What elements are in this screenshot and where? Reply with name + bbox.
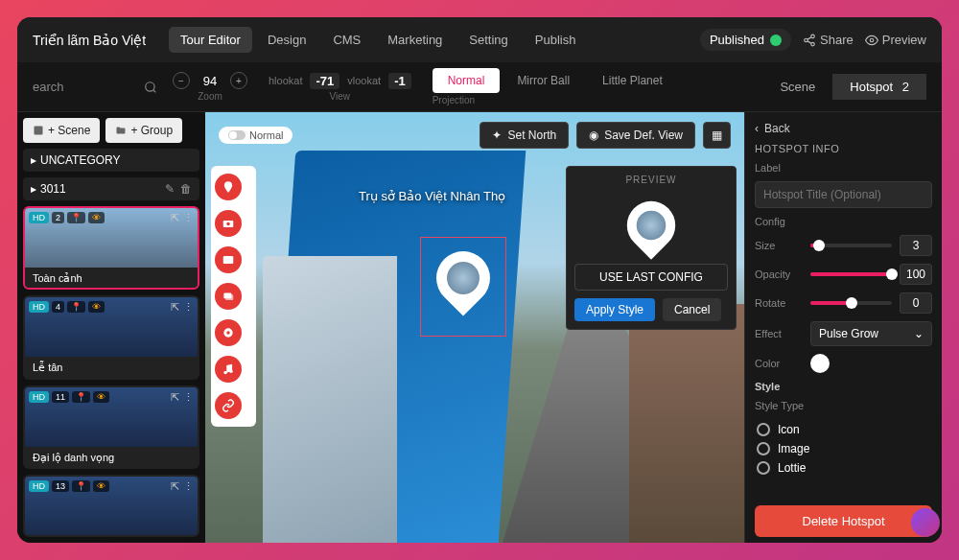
eye-icon: ◉ (589, 128, 598, 142)
hotspot-marker[interactable] (425, 240, 501, 315)
back-button[interactable]: ‹ Back (755, 122, 932, 135)
scene-card[interactable]: HD 11 📍 👁 ⇱⋮ Đại lộ danh vọng (23, 385, 199, 469)
tab-cms[interactable]: CMS (321, 27, 372, 53)
zoom-control: − 94 + Zoom (173, 72, 247, 102)
cancel-button[interactable]: Cancel (663, 298, 721, 321)
share-button[interactable]: Share (803, 33, 854, 47)
tool-point[interactable] (215, 174, 242, 200)
section-uncategory[interactable]: ▸ UNCATEGORY (23, 149, 199, 172)
projection-normal[interactable]: Normal (433, 68, 501, 93)
hotspot-title-input[interactable] (755, 181, 932, 208)
grid-button[interactable]: ▦ (703, 122, 731, 149)
svg-point-3 (870, 38, 874, 42)
radio-image[interactable]: Image (757, 442, 932, 455)
edit-icon[interactable]: ✎ (165, 182, 175, 196)
published-pill[interactable]: Published (700, 29, 791, 51)
preview-title: PREVIEW (574, 175, 728, 185)
move-icon[interactable]: ⇱ (171, 212, 179, 224)
rotate-slider[interactable] (810, 301, 892, 305)
projection-little-planet[interactable]: Little Planet (587, 68, 678, 93)
properties-panel: ‹ Back HOTSPOT INFO Label Config Size 3 … (744, 112, 942, 543)
topbar: Triển lãm Bảo Việt Tour Editor Design CM… (17, 17, 942, 62)
projection-mirror-ball[interactable]: Mirror Ball (502, 68, 585, 93)
canvas-caption: Trụ sở Bảo Việt Nhân Thọ (359, 189, 505, 203)
tool-link[interactable] (215, 392, 242, 419)
zoom-value: 94 (196, 74, 224, 88)
count-badge: 2 (52, 212, 64, 223)
normal-toggle[interactable]: Normal (219, 127, 292, 144)
rotate-value[interactable]: 0 (900, 292, 932, 314)
save-view-button[interactable]: ◉ Save Def. View (576, 122, 695, 149)
tab-publish[interactable]: Publish (524, 27, 588, 53)
style-type-label: Style Type (755, 400, 932, 411)
trash-icon[interactable]: 🗑 (180, 182, 192, 196)
grid-icon: ▦ (712, 128, 722, 142)
view-label: View (330, 91, 351, 102)
tool-camera[interactable] (215, 210, 242, 237)
opacity-value[interactable]: 100 (900, 264, 932, 285)
zoom-label: Zoom (198, 91, 222, 102)
tool-video[interactable] (215, 319, 242, 346)
eye-icon (865, 34, 878, 47)
zoom-in-button[interactable]: + (230, 72, 247, 89)
tab-hotspot[interactable]: Hotspot 2 (832, 74, 926, 100)
config-label: Config (755, 216, 932, 227)
set-north-button[interactable]: ✦ Set North (480, 122, 569, 149)
use-last-config-button[interactable]: USE LAST CONFIG (574, 264, 728, 291)
chevron-left-icon: ‹ (755, 122, 759, 135)
size-slider[interactable] (810, 244, 892, 247)
share-icon (803, 34, 816, 47)
radio-lottie[interactable]: Lottie (757, 461, 932, 475)
preview-overlay: PREVIEW USE LAST CONFIG Apply Style Canc… (566, 166, 737, 330)
tab-setting[interactable]: Setting (457, 27, 519, 53)
scene-card[interactable]: HD 4 📍 👁 ⇱⋮ Lễ tân (23, 295, 199, 379)
hotspot-selection[interactable] (420, 237, 506, 337)
add-scene-button[interactable]: + Scene (23, 118, 100, 143)
tab-design[interactable]: Design (256, 27, 317, 53)
tool-audio[interactable] (215, 356, 242, 383)
section-header: HOTSPOT INFO (755, 143, 932, 154)
vlookat-value[interactable]: -1 (388, 73, 411, 89)
toolbar: earch − 94 + Zoom hlookat -71 vlookat -1… (17, 62, 942, 112)
delete-hotspot-button[interactable]: Delete Hotspot (755, 505, 932, 537)
svg-point-4 (146, 82, 154, 90)
scene-title: Toàn cảnh (25, 268, 198, 290)
add-group-button[interactable]: + Group (105, 118, 182, 143)
tool-image[interactable] (215, 246, 242, 273)
tab-scene[interactable]: Scene (762, 74, 832, 100)
zoom-out-button[interactable]: − (173, 72, 190, 89)
canvas-toolbar: Normal ✦ Set North ◉ Save Def. View ▦ (219, 122, 731, 149)
toggle-icon (228, 130, 246, 140)
apply-style-button[interactable]: Apply Style (574, 298, 655, 321)
search-input[interactable]: earch (33, 80, 157, 94)
main-body: + Scene + Group ▸ UNCATEGORY ▸ 3011 ✎ 🗑 (17, 112, 942, 543)
svg-rect-10 (225, 294, 233, 300)
opacity-slider[interactable] (810, 272, 892, 276)
tab-tour-editor[interactable]: Tour Editor (169, 27, 252, 53)
radio-icon[interactable]: Icon (757, 423, 932, 436)
preview-button[interactable]: Preview (865, 33, 926, 47)
chevron-down-icon[interactable]: ▾ (246, 180, 252, 195)
scene-card[interactable]: HD 2 📍 👁 ⇱ ⋮ Toàn cảnh (23, 206, 199, 290)
scene-card[interactable]: HD 13 📍 👁 ⇱⋮ (23, 475, 199, 537)
color-swatch[interactable] (810, 354, 830, 373)
more-icon[interactable]: ⋮ (183, 212, 194, 224)
eye-icon: 👁 (88, 212, 105, 223)
image-icon (33, 125, 44, 136)
tab-marketing[interactable]: Marketing (376, 27, 454, 53)
svg-rect-5 (35, 127, 43, 135)
svg-point-12 (226, 331, 230, 335)
panorama-canvas[interactable]: Normal ✦ Set North ◉ Save Def. View ▦ Tr… (205, 112, 744, 543)
sidebar: + Scene + Group ▸ UNCATEGORY ▸ 3011 ✎ 🗑 (17, 112, 205, 543)
hlookat-value[interactable]: -71 (310, 73, 339, 89)
tool-gallery[interactable] (215, 283, 242, 310)
right-panel-tabs: Scene Hotspot 2 (762, 74, 926, 100)
hotspot-count: 2 (902, 80, 909, 94)
size-value[interactable]: 3 (900, 235, 932, 256)
published-label: Published (710, 33, 764, 47)
section-3011[interactable]: ▸ 3011 ✎ 🗑 (23, 177, 199, 200)
view-control: hlookat -71 vlookat -1 View (269, 73, 411, 102)
effect-select[interactable]: Pulse Grow ⌄ (810, 321, 932, 346)
chat-icon[interactable] (911, 508, 940, 537)
hd-badge: HD (29, 212, 49, 223)
